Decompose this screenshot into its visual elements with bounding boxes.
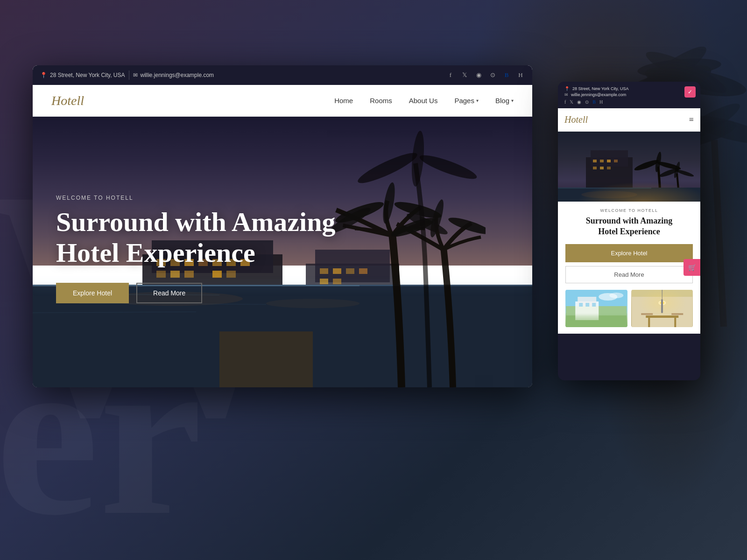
nav-item-pages[interactable]: Pages ▾ bbox=[454, 97, 479, 105]
email-icon: ✉ bbox=[133, 72, 138, 78]
pages-chevron-icon: ▾ bbox=[476, 98, 479, 103]
mobile-logo-text: Hotell bbox=[564, 114, 588, 125]
mobile-cart-button[interactable]: 🛒 bbox=[684, 259, 700, 276]
booking-icon[interactable]: B bbox=[502, 71, 511, 79]
mobile-browser-window: ✓ 📍 28 Street, New York City, USA ✉ will… bbox=[558, 82, 700, 380]
nav-link-home[interactable]: Home bbox=[334, 97, 353, 105]
mobile-address-row: 📍 28 Street, New York City, USA bbox=[564, 86, 694, 91]
desktop-nav: Home Rooms About Us Pages ▾ Blog bbox=[334, 97, 514, 105]
checkmark-icon: ✓ bbox=[688, 89, 692, 96]
nav-link-about[interactable]: About Us bbox=[409, 97, 438, 105]
mobile-read-more-button[interactable]: Read More bbox=[565, 266, 693, 283]
mobile-address-text: 28 Street, New York City, USA bbox=[572, 86, 628, 91]
svg-point-50 bbox=[355, 148, 420, 188]
desktop-email: ✉ willie.jennings@example.com bbox=[133, 72, 214, 78]
nav-link-rooms[interactable]: Rooms bbox=[370, 97, 392, 105]
svg-line-6 bbox=[714, 140, 724, 327]
desktop-socials: f 𝕏 ◉ ⊙ B H bbox=[446, 71, 525, 79]
svg-point-49 bbox=[447, 215, 486, 238]
nav-item-rooms[interactable]: Rooms bbox=[370, 97, 392, 105]
svg-rect-59 bbox=[614, 160, 618, 162]
svg-rect-94 bbox=[632, 290, 692, 327]
desktop-hotel-header: Hotell Home Rooms About Us Pages ▾ bbox=[33, 85, 532, 117]
mobile-topbar: 📍 28 Street, New York City, USA ✉ willie… bbox=[558, 82, 700, 108]
logo-text: Hotell bbox=[51, 93, 84, 108]
blog-label: Blog bbox=[495, 97, 509, 105]
mobile-explore-hotel-button[interactable]: Explore Hotel bbox=[565, 244, 693, 262]
mobile-hero-image bbox=[558, 132, 700, 202]
mobile-welcome-label: WELCOME TO HOTELL bbox=[565, 208, 693, 213]
svg-point-52 bbox=[417, 151, 479, 183]
svg-rect-57 bbox=[600, 160, 604, 162]
mobile-twitter-icon[interactable]: 𝕏 bbox=[570, 99, 573, 105]
hero-welcome-label: WELCOME TO HOTELL bbox=[56, 195, 335, 201]
cart-icon: 🛒 bbox=[688, 264, 696, 272]
address-text: 28 Street, New York City, USA bbox=[50, 72, 125, 78]
svg-rect-74 bbox=[566, 313, 627, 327]
email-text: willie.jennings@example.com bbox=[141, 72, 214, 78]
nav-item-home[interactable]: Home bbox=[334, 97, 353, 105]
svg-rect-78 bbox=[579, 303, 583, 307]
mobile-email-row: ✉ willie.jennings@example.com bbox=[564, 92, 694, 97]
blog-dropdown: Blog ▾ bbox=[495, 97, 514, 105]
pages-dropdown: Pages ▾ bbox=[454, 97, 479, 105]
mobile-socials: f 𝕏 ◉ ⊙ B H bbox=[564, 99, 694, 105]
svg-rect-60 bbox=[593, 167, 597, 169]
svg-rect-80 bbox=[592, 303, 596, 307]
desktop-hero-content: WELCOME TO HOTELL Surround with Amazing … bbox=[56, 195, 335, 303]
mobile-email-icon: ✉ bbox=[564, 92, 568, 97]
location-icon: 📍 bbox=[40, 72, 47, 78]
svg-rect-62 bbox=[607, 167, 611, 169]
mobile-hero-lights bbox=[558, 174, 700, 202]
mobile-title-line1: Surround with Amazing bbox=[586, 216, 673, 225]
thumbnail-exterior-svg bbox=[565, 290, 627, 327]
mobile-thumbnail-row bbox=[565, 290, 693, 327]
twitter-icon[interactable]: 𝕏 bbox=[460, 71, 469, 79]
mobile-hotel-header: Hotell ≡ bbox=[558, 108, 700, 132]
mobile-tripadvisor-icon[interactable]: ⊙ bbox=[585, 99, 589, 105]
svg-rect-79 bbox=[585, 303, 589, 307]
mobile-hamburger-menu[interactable]: ≡ bbox=[689, 115, 694, 125]
desktop-browser-window: 📍 28 Street, New York City, USA ✉ willie… bbox=[33, 65, 532, 387]
mobile-hero-title: Surround with Amazing Hotel Experience bbox=[565, 216, 693, 238]
mobile-booking-icon[interactable]: B bbox=[592, 99, 596, 105]
mobile-content-area: WELCOME TO HOTELL Surround with Amazing … bbox=[558, 202, 700, 334]
mobile-facebook-icon[interactable]: f bbox=[564, 99, 566, 105]
hero-title-line2: Hotel Experience bbox=[56, 238, 255, 268]
mobile-title-line2: Hotel Experience bbox=[598, 227, 660, 236]
blog-chevron-icon: ▾ bbox=[511, 98, 514, 103]
mobile-location-icon: 📍 bbox=[564, 86, 570, 91]
mobile-hotels-icon[interactable]: H bbox=[599, 99, 603, 105]
desktop-address: 📍 28 Street, New York City, USA bbox=[40, 72, 125, 78]
mobile-hotel-logo: Hotell bbox=[564, 114, 689, 125]
svg-rect-55 bbox=[591, 150, 628, 167]
hero-title: Surround with Amazing Hotel Experience bbox=[56, 207, 335, 269]
nav-item-blog[interactable]: Blog ▾ bbox=[495, 97, 514, 105]
topbar-left: 📍 28 Street, New York City, USA ✉ willie… bbox=[40, 70, 437, 80]
tripadvisor-icon[interactable]: ⊙ bbox=[488, 71, 497, 79]
nav-link-pages[interactable]: Pages ▾ bbox=[454, 97, 479, 105]
svg-rect-61 bbox=[600, 167, 604, 169]
nav-item-about[interactable]: About Us bbox=[409, 97, 438, 105]
mobile-instagram-icon[interactable]: ◉ bbox=[577, 99, 581, 105]
thumbnail-interior-svg bbox=[631, 290, 693, 327]
instagram-icon[interactable]: ◉ bbox=[474, 71, 483, 79]
nav-link-blog[interactable]: Blog ▾ bbox=[495, 97, 514, 105]
desktop-hero: WELCOME TO HOTELL Surround with Amazing … bbox=[33, 117, 532, 387]
mobile-close-button[interactable]: ✓ bbox=[684, 86, 696, 98]
hero-title-line1: Surround with Amazing bbox=[56, 207, 335, 237]
pages-label: Pages bbox=[454, 97, 474, 105]
svg-rect-56 bbox=[593, 160, 597, 162]
mobile-thumbnail-interior bbox=[631, 290, 693, 327]
explore-hotel-button[interactable]: Explore Hotel bbox=[56, 283, 129, 303]
hotels-icon[interactable]: H bbox=[516, 71, 525, 79]
mobile-thumbnail-exterior bbox=[565, 290, 627, 327]
facebook-icon[interactable]: f bbox=[446, 71, 455, 79]
read-more-button[interactable]: Read More bbox=[136, 283, 202, 303]
desktop-topbar: 📍 28 Street, New York City, USA ✉ willie… bbox=[33, 65, 532, 85]
topbar-separator bbox=[129, 70, 129, 80]
mobile-email-text: willie.jennings@example.com bbox=[571, 92, 626, 97]
svg-point-82 bbox=[609, 293, 623, 298]
desktop-hero-buttons: Explore Hotel Read More bbox=[56, 283, 335, 303]
desktop-hotel-logo: Hotell bbox=[51, 93, 84, 108]
